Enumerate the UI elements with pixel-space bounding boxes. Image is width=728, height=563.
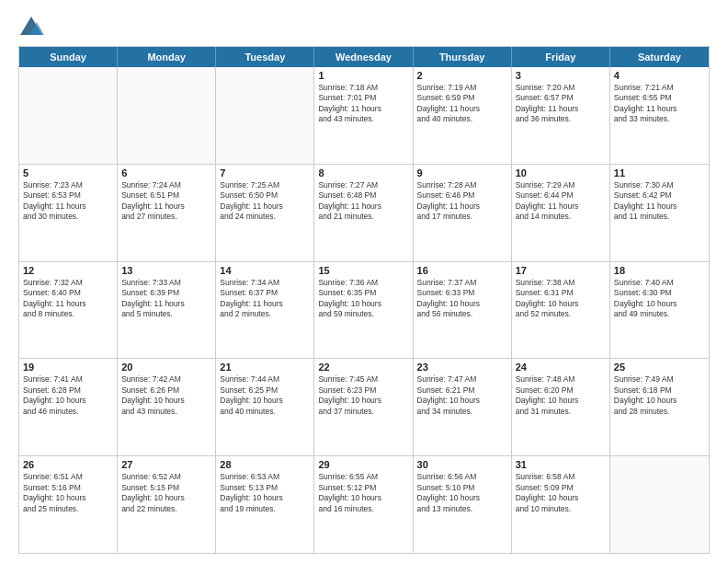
cell-day-number: 2 [417,70,507,81]
cell-info: Sunrise: 7:40 AM Sunset: 6:30 PM Dayligh… [614,278,705,320]
calendar-cell: 2Sunrise: 7:19 AM Sunset: 6:59 PM Daylig… [414,67,512,164]
cell-day-number: 8 [318,167,408,178]
calendar-cell: 24Sunrise: 7:48 AM Sunset: 6:20 PM Dayli… [512,359,610,455]
cell-info: Sunrise: 7:42 AM Sunset: 6:26 PM Dayligh… [121,374,211,417]
calendar-header-row: SundayMondayTuesdayWednesdayThursdayFrid… [19,47,709,67]
cell-info: Sunrise: 7:38 AM Sunset: 6:31 PM Dayligh… [516,278,606,320]
calendar-cell: 4Sunrise: 7:21 AM Sunset: 6:55 PM Daylig… [610,67,709,164]
calendar-cell: 12Sunrise: 7:32 AM Sunset: 6:40 PM Dayli… [19,262,118,359]
cell-day-number: 14 [220,265,310,276]
cell-info: Sunrise: 6:51 AM Sunset: 5:16 PM Dayligh… [23,472,113,514]
header-cell-sunday: Sunday [19,47,118,67]
calendar-row-4: 19Sunrise: 7:41 AM Sunset: 6:28 PM Dayli… [19,358,709,455]
cell-info: Sunrise: 7:18 AM Sunset: 7:01 PM Dayligh… [318,83,408,125]
cell-info: Sunrise: 7:33 AM Sunset: 6:39 PM Dayligh… [121,278,211,320]
cell-info: Sunrise: 7:25 AM Sunset: 6:50 PM Dayligh… [220,180,310,223]
cell-info: Sunrise: 7:41 AM Sunset: 6:28 PM Dayligh… [23,374,113,417]
cell-day-number: 11 [614,167,705,178]
calendar-cell: 13Sunrise: 7:33 AM Sunset: 6:39 PM Dayli… [118,262,216,359]
page: SundayMondayTuesdayWednesdayThursdayFrid… [0,0,728,563]
calendar-cell: 28Sunrise: 6:53 AM Sunset: 5:13 PM Dayli… [216,456,314,553]
cell-info: Sunrise: 7:20 AM Sunset: 6:57 PM Dayligh… [516,83,606,125]
calendar-cell: 22Sunrise: 7:45 AM Sunset: 6:23 PM Dayli… [314,359,413,455]
cell-day-number: 26 [23,459,113,470]
cell-info: Sunrise: 7:28 AM Sunset: 6:46 PM Dayligh… [417,180,507,223]
calendar-cell: 19Sunrise: 7:41 AM Sunset: 6:28 PM Dayli… [19,359,118,455]
cell-day-number: 28 [220,459,310,470]
calendar-cell: 9Sunrise: 7:28 AM Sunset: 6:46 PM Daylig… [414,165,512,261]
header-cell-monday: Monday [118,47,216,67]
header-cell-thursday: Thursday [414,47,512,67]
cell-day-number: 27 [121,459,211,470]
calendar-body: 1Sunrise: 7:18 AM Sunset: 7:01 PM Daylig… [19,67,709,553]
cell-info: Sunrise: 7:24 AM Sunset: 6:51 PM Dayligh… [121,180,211,223]
calendar-cell [118,67,216,164]
header-cell-wednesday: Wednesday [314,47,413,67]
cell-day-number: 17 [516,265,606,276]
calendar-cell: 11Sunrise: 7:30 AM Sunset: 6:42 PM Dayli… [610,165,709,261]
cell-day-number: 13 [121,265,211,276]
calendar-cell: 23Sunrise: 7:47 AM Sunset: 6:21 PM Dayli… [414,359,512,455]
calendar-cell: 30Sunrise: 6:56 AM Sunset: 5:10 PM Dayli… [414,456,512,553]
header-cell-saturday: Saturday [610,47,709,67]
cell-info: Sunrise: 7:29 AM Sunset: 6:44 PM Dayligh… [516,180,606,223]
cell-day-number: 22 [318,362,408,373]
cell-info: Sunrise: 7:23 AM Sunset: 6:53 PM Dayligh… [23,180,113,223]
cell-day-number: 10 [516,167,606,178]
cell-info: Sunrise: 6:55 AM Sunset: 5:12 PM Dayligh… [318,472,408,514]
calendar-cell: 31Sunrise: 6:58 AM Sunset: 5:09 PM Dayli… [512,456,610,553]
cell-day-number: 5 [23,167,113,178]
calendar-cell: 1Sunrise: 7:18 AM Sunset: 7:01 PM Daylig… [314,67,413,164]
cell-day-number: 29 [318,459,408,470]
calendar-cell: 18Sunrise: 7:40 AM Sunset: 6:30 PM Dayli… [610,262,709,359]
cell-info: Sunrise: 7:21 AM Sunset: 6:55 PM Dayligh… [614,83,705,125]
cell-info: Sunrise: 7:37 AM Sunset: 6:33 PM Dayligh… [417,278,507,320]
logo-icon [18,15,44,40]
header [18,15,710,40]
cell-day-number: 16 [417,265,507,276]
cell-day-number: 21 [220,362,310,373]
header-cell-tuesday: Tuesday [216,47,314,67]
calendar-cell: 17Sunrise: 7:38 AM Sunset: 6:31 PM Dayli… [512,262,610,359]
logo [18,15,48,40]
calendar-cell: 5Sunrise: 7:23 AM Sunset: 6:53 PM Daylig… [19,165,118,261]
cell-info: Sunrise: 7:49 AM Sunset: 6:18 PM Dayligh… [614,374,705,417]
cell-info: Sunrise: 6:58 AM Sunset: 5:09 PM Dayligh… [516,472,606,514]
header-cell-friday: Friday [512,47,610,67]
calendar-cell: 6Sunrise: 7:24 AM Sunset: 6:51 PM Daylig… [118,165,216,261]
cell-day-number: 23 [417,362,507,373]
cell-day-number: 20 [121,362,211,373]
cell-day-number: 12 [23,265,113,276]
cell-day-number: 9 [417,167,507,178]
cell-day-number: 6 [121,167,211,178]
calendar-cell: 7Sunrise: 7:25 AM Sunset: 6:50 PM Daylig… [216,165,314,261]
calendar-cell: 25Sunrise: 7:49 AM Sunset: 6:18 PM Dayli… [610,359,709,455]
cell-day-number: 3 [516,70,606,81]
calendar-cell: 8Sunrise: 7:27 AM Sunset: 6:48 PM Daylig… [314,165,413,261]
calendar-cell [216,67,314,164]
calendar: SundayMondayTuesdayWednesdayThursdayFrid… [18,46,710,554]
cell-day-number: 18 [614,265,705,276]
cell-day-number: 30 [417,459,507,470]
cell-info: Sunrise: 7:34 AM Sunset: 6:37 PM Dayligh… [220,278,310,320]
calendar-cell: 15Sunrise: 7:36 AM Sunset: 6:35 PM Dayli… [314,262,413,359]
cell-info: Sunrise: 7:19 AM Sunset: 6:59 PM Dayligh… [417,83,507,125]
cell-info: Sunrise: 7:44 AM Sunset: 6:25 PM Dayligh… [220,374,310,417]
calendar-cell: 10Sunrise: 7:29 AM Sunset: 6:44 PM Dayli… [512,165,610,261]
cell-day-number: 7 [220,167,310,178]
calendar-cell: 14Sunrise: 7:34 AM Sunset: 6:37 PM Dayli… [216,262,314,359]
cell-info: Sunrise: 7:30 AM Sunset: 6:42 PM Dayligh… [614,180,705,223]
cell-info: Sunrise: 6:53 AM Sunset: 5:13 PM Dayligh… [220,472,310,514]
calendar-row-5: 26Sunrise: 6:51 AM Sunset: 5:16 PM Dayli… [19,455,709,553]
calendar-cell: 16Sunrise: 7:37 AM Sunset: 6:33 PM Dayli… [414,262,512,359]
calendar-cell: 27Sunrise: 6:52 AM Sunset: 5:15 PM Dayli… [118,456,216,553]
cell-day-number: 4 [614,70,705,81]
calendar-row-1: 1Sunrise: 7:18 AM Sunset: 7:01 PM Daylig… [19,67,709,164]
cell-info: Sunrise: 6:56 AM Sunset: 5:10 PM Dayligh… [417,472,507,514]
calendar-cell [610,456,709,553]
calendar-cell: 26Sunrise: 6:51 AM Sunset: 5:16 PM Dayli… [19,456,118,553]
cell-info: Sunrise: 7:48 AM Sunset: 6:20 PM Dayligh… [516,374,606,417]
cell-day-number: 15 [318,265,408,276]
cell-info: Sunrise: 7:47 AM Sunset: 6:21 PM Dayligh… [417,374,507,417]
calendar-row-2: 5Sunrise: 7:23 AM Sunset: 6:53 PM Daylig… [19,164,709,261]
